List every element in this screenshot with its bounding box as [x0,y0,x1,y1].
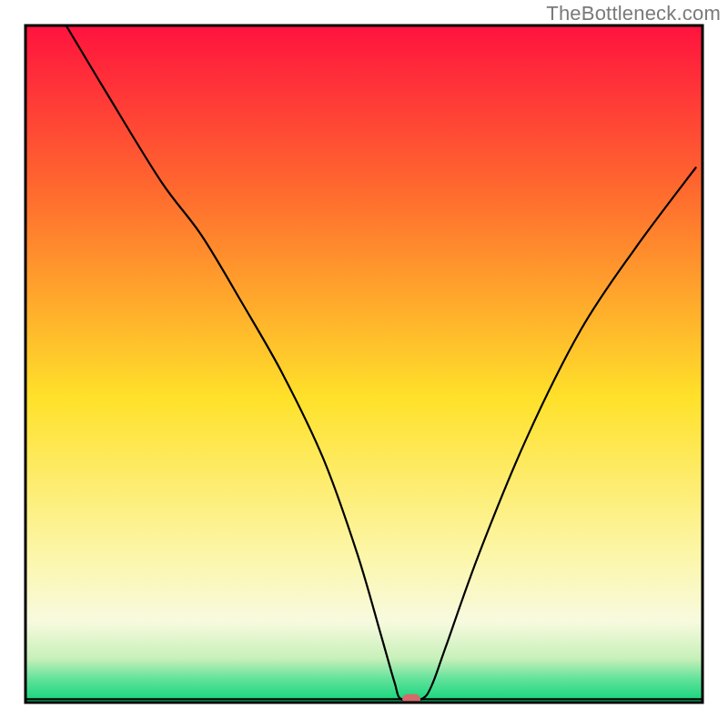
watermark-text: TheBottleneck.com [546,2,721,25]
chart-container: TheBottleneck.com [0,0,728,728]
bottleneck-chart [0,0,728,728]
